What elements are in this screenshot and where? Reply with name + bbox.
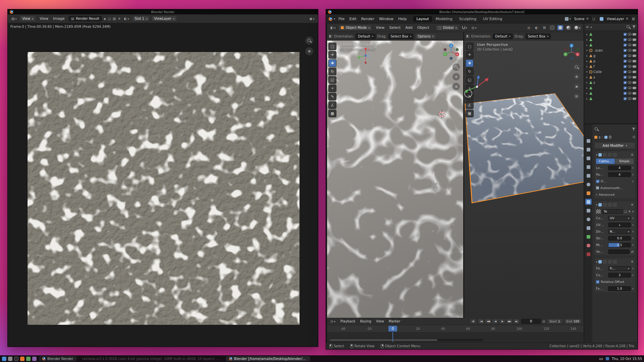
render-toggle-icon[interactable]: [613, 153, 617, 157]
keyboard-layout-indicator[interactable]: us: [599, 357, 603, 361]
catmull-clark-button[interactable]: Catmu…: [596, 159, 615, 164]
viewport-tool-button[interactable]: ↻: [328, 68, 336, 75]
keying-set-icon[interactable]: [542, 320, 545, 323]
frame-end-field[interactable]: End100: [564, 319, 582, 324]
zoom-button[interactable]: [305, 37, 313, 45]
outliner-row[interactable]: ▾ Colle: [584, 69, 637, 74]
disclosure-triangle-icon[interactable]: ▸: [586, 38, 588, 41]
taskbar-launcher-icon[interactable]: [8, 357, 12, 361]
workspace-tab[interactable]: Sculpting: [456, 16, 479, 22]
breadcrumb-data-name[interactable]: D: [609, 135, 611, 139]
animate-dot-icon[interactable]: [632, 275, 634, 276]
render-window-titlebar[interactable]: Blender Render: [8, 9, 318, 14]
visibility-eye-icon[interactable]: [628, 92, 632, 95]
selected-plane-object[interactable]: [465, 93, 584, 203]
outliner-row[interactable]: ▸ s: [584, 74, 637, 80]
viewport-tool-button[interactable]: ⌖: [328, 84, 336, 92]
render-visibility-camera-icon[interactable]: [633, 76, 636, 78]
transport-button[interactable]: ▶▶: [506, 319, 513, 324]
drag-dropdown[interactable]: Select Box: [526, 34, 551, 39]
display-channels-button[interactable]: [123, 16, 130, 21]
perspective-viewport-canvas[interactable]: ▢✛✥↻◱⌖✎∠▦ User Perspective (0) Collectio…: [464, 41, 584, 318]
workspace-tab[interactable]: Modeling: [433, 16, 455, 22]
add-modifier-button[interactable]: Add Modifier: [594, 142, 635, 149]
menu-item[interactable]: Render: [359, 16, 376, 22]
current-frame-field[interactable]: 0: [521, 319, 541, 324]
properties-tab[interactable]: [585, 251, 592, 257]
disclosure-triangle-icon[interactable]: ▸: [586, 33, 588, 36]
invert-vgroup-icon[interactable]: [631, 250, 634, 253]
render-layers-icon[interactable]: [632, 17, 635, 21]
render-visibility-camera-icon[interactable]: [633, 71, 636, 73]
outliner-row[interactable]: ▸: [584, 90, 637, 96]
render-toggle-icon[interactable]: [613, 260, 617, 264]
timeline-track[interactable]: [327, 333, 584, 342]
properties-tab[interactable]: [585, 190, 592, 196]
properties-tab[interactable]: [585, 207, 592, 214]
realtime-toggle-icon[interactable]: [608, 260, 612, 264]
disclosure-triangle-icon[interactable]: ▸: [586, 92, 588, 95]
pan-button[interactable]: [573, 73, 580, 80]
animate-dot-icon[interactable]: [632, 224, 634, 226]
render-visibility-camera-icon[interactable]: [633, 44, 636, 46]
editor-type-button[interactable]: [10, 16, 18, 21]
visibility-eye-icon[interactable]: [628, 54, 632, 57]
editor-type-button[interactable]: [329, 25, 337, 31]
selectability-checkbox[interactable]: [624, 76, 627, 79]
collapse-icon[interactable]: [596, 153, 597, 157]
menu-item[interactable]: Image: [51, 16, 66, 21]
properties-tab[interactable]: [585, 164, 592, 170]
selectability-checkbox[interactable]: [624, 97, 627, 100]
animate-dot-icon[interactable]: [632, 181, 634, 182]
menu-item[interactable]: Object: [415, 25, 431, 31]
coordinates-dropdown[interactable]: UV: [608, 216, 631, 221]
properties-tab[interactable]: [585, 181, 592, 187]
disclosure-triangle-icon[interactable]: ▸: [586, 86, 588, 89]
new-scene-icon[interactable]: [592, 17, 595, 20]
camera-view-button[interactable]: [573, 83, 580, 90]
modifier-header[interactable]: [596, 152, 634, 158]
timeline-scrollbar[interactable]: [329, 339, 483, 341]
viewport-tool-button[interactable]: ✛: [466, 51, 474, 59]
disclosure-triangle-icon[interactable]: ▸: [586, 81, 588, 84]
selectability-checkbox[interactable]: [624, 49, 627, 52]
mode-dropdown[interactable]: Object Mode: [338, 25, 372, 31]
pin-icon[interactable]: [633, 135, 635, 139]
render-visibility-camera-icon[interactable]: [633, 81, 636, 84]
properties-tab[interactable]: [585, 146, 592, 153]
unlink-texture-icon[interactable]: [628, 210, 631, 213]
outliner-row[interactable]: ▸: [584, 37, 637, 42]
menu-item[interactable]: Marker: [387, 319, 402, 324]
shading-solid-button[interactable]: [557, 25, 564, 31]
viewport-tool-button[interactable]: ∠: [328, 101, 336, 109]
menu-item[interactable]: Playback: [338, 319, 358, 324]
outliner-row[interactable]: ▸: [584, 32, 637, 37]
factor-field[interactable]: 1.0: [608, 286, 631, 291]
edit-mode-toggle-icon[interactable]: [603, 153, 607, 157]
render-visibility-camera-icon[interactable]: [633, 92, 636, 95]
render-visibility-camera-icon[interactable]: [633, 39, 636, 41]
navigation-gizmo[interactable]: Z X Y: [442, 43, 461, 61]
fit-type-dropdown[interactable]: Fi…: [608, 266, 631, 271]
selectability-checkbox[interactable]: [624, 65, 627, 68]
filter-icon[interactable]: [632, 128, 635, 131]
visibility-eye-icon[interactable]: [628, 33, 632, 36]
menu-item[interactable]: File: [336, 16, 346, 22]
selectability-checkbox[interactable]: [624, 54, 627, 57]
properties-tab[interactable]: [585, 199, 592, 205]
camera-viewport-canvas[interactable]: ▢✛✥↻◱⌖✎∠▦ Camera Orthographic (0) Collec…: [327, 41, 463, 318]
selectability-checkbox[interactable]: [624, 60, 627, 63]
outliner-row[interactable]: ▸ f: [584, 64, 637, 69]
breadcrumb-object-name[interactable]: s: [599, 135, 600, 139]
animate-dot-icon[interactable]: [632, 167, 634, 169]
menu-item[interactable]: View: [38, 16, 50, 21]
taskbar-task[interactable]: Blender Render: [39, 356, 76, 361]
show-overlays-button[interactable]: [534, 25, 540, 31]
filter-icon[interactable]: [632, 25, 636, 28]
outliner-row[interactable]: ▸: [584, 85, 637, 90]
render-visibility-camera-icon[interactable]: [633, 60, 636, 62]
selectability-checkbox[interactable]: [624, 92, 627, 95]
taskbar-launcher-icon[interactable]: [32, 357, 37, 361]
snapping-button[interactable]: [461, 25, 469, 31]
edit-mode-toggle-icon[interactable]: [603, 260, 607, 264]
